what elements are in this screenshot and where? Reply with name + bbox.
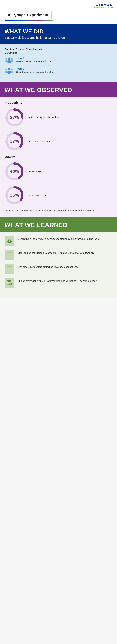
metric-value-35: 35% (10, 192, 19, 198)
observed-content: Productivity 27% gain in story points pe… (0, 97, 117, 218)
learn-text-1: Generative AI can improve developers' ef… (17, 236, 100, 241)
metric-row-40: 40% fewer bugs (5, 162, 112, 181)
chip-icon (5, 236, 14, 246)
svg-text:> _: > _ (8, 268, 11, 270)
team2-info: Team 2: Used traditional development met… (16, 68, 55, 73)
team1-row: Team 1: Used a mature code generation to… (5, 57, 112, 65)
svg-text:</>: </> (8, 254, 11, 256)
metric-value-40: 40% (10, 169, 19, 174)
conditions-label: Conditions: (5, 52, 112, 54)
code-icon: ● ● ● </> (5, 250, 14, 260)
team2-icon (5, 68, 14, 75)
review-icon (5, 278, 14, 288)
section-observed: WHAT WE OBSERVED (0, 82, 117, 97)
section-did: WHAT WE DID 2 equally skilled teams buil… (0, 24, 117, 44)
prompt-icon: ● ● ● > _ (5, 264, 14, 274)
team2-label: Team 2: (16, 68, 55, 70)
metric-value-37: 37% (10, 138, 19, 144)
quality-label: Quality (5, 155, 112, 158)
team2-row: Team 2: Used traditional development met… (5, 68, 112, 75)
team1-icon (5, 57, 14, 65)
svg-point-5 (11, 60, 13, 62)
svg-point-9 (5, 71, 8, 73)
svg-text:● ● ●: ● ● ● (8, 253, 10, 254)
svg-point-1 (7, 60, 11, 63)
section-did-title: WHAT WE DID (5, 28, 112, 35)
page-title: A Cybage Experiment (5, 11, 52, 19)
header: CYBAGE Delivering Value. Scientifically. (0, 0, 117, 10)
svg-point-6 (8, 68, 10, 70)
svg-rect-42 (7, 280, 11, 285)
team1-label: Team 1: (16, 57, 52, 60)
title-section: A Cybage Experiment (0, 10, 117, 24)
logo-name: CYBAGE (94, 3, 113, 7)
svg-rect-21 (9, 240, 10, 242)
team1-desc: Used a mature code generation tool (16, 60, 52, 62)
svg-point-8 (6, 69, 7, 70)
team1-info: Team 1: Used a mature code generation to… (16, 57, 52, 62)
logo: CYBAGE Delivering Value. Scientifically. (94, 3, 113, 8)
metric-row-27: 27% gain in story points per hour (5, 108, 112, 127)
learn-text-2: Clear coding standards are essential for… (17, 250, 94, 255)
duration-text: Duration: 6 sprints (2 weeks each) (5, 48, 112, 51)
title-underline (5, 20, 53, 21)
svg-point-11 (11, 71, 13, 73)
metric-label-40: fewer bugs (28, 170, 41, 173)
section-observed-title: WHAT WE OBSERVED (5, 87, 112, 93)
learn-text-3: Providing clear context optimizes AI's c… (17, 264, 78, 269)
svg-text:● ● ●: ● ● ● (8, 267, 10, 268)
learn-item-4: Human oversight is crucial for reviewing… (5, 278, 112, 288)
learn-item-2: ● ● ● </> Clear coding standards are ess… (5, 250, 112, 260)
svg-point-10 (11, 69, 13, 70)
details-block: Duration: 6 sprints (2 weeks each) Condi… (0, 44, 117, 82)
duration-label: Duration: (5, 48, 15, 50)
metric-label-35: fewer warnings (28, 193, 46, 197)
metric-label-27: gain in story points per hour (28, 116, 60, 119)
svg-line-47 (12, 285, 12, 286)
metric-row-37: 37% more pull requests (5, 131, 112, 151)
svg-point-4 (11, 58, 13, 60)
donut-27: 27% (5, 108, 24, 127)
learn-item-1: Generative AI can improve developers' ef… (5, 236, 112, 246)
svg-point-3 (5, 60, 8, 62)
productivity-label: Productivity (5, 101, 112, 104)
donut-37: 37% (5, 131, 24, 151)
donut-35: 35% (5, 185, 24, 205)
team2-desc: Used traditional development methods (16, 71, 55, 73)
donut-40: 40% (5, 162, 24, 181)
quality-section: Quality 40% fewer bugs 35% fewer warn (5, 155, 112, 205)
section-learned-title: WHAT WE LEARNED (5, 222, 112, 228)
learned-content: Generative AI can improve developers' ef… (0, 232, 117, 298)
metric-row-35: 35% fewer warnings (5, 185, 112, 205)
section-did-subtitle: 2 equally skilled teams built the same s… (5, 36, 112, 40)
disclaimer-text: But we did not see any clear trends on w… (5, 209, 112, 212)
logo-tagline: Delivering Value. Scientifically. (94, 7, 113, 8)
section-learned: WHAT WE LEARNED (0, 218, 117, 232)
metric-label-37: more pull requests (28, 139, 50, 143)
learn-text-4: Human oversight is crucial for reviewing… (17, 278, 98, 283)
svg-point-0 (8, 58, 10, 60)
svg-point-7 (7, 71, 11, 74)
svg-point-2 (6, 58, 7, 60)
metric-value-27: 27% (10, 115, 19, 120)
learn-item-3: ● ● ● > _ Providing clear context optimi… (5, 264, 112, 274)
duration-value: 6 sprints (2 weeks each) (16, 48, 43, 50)
